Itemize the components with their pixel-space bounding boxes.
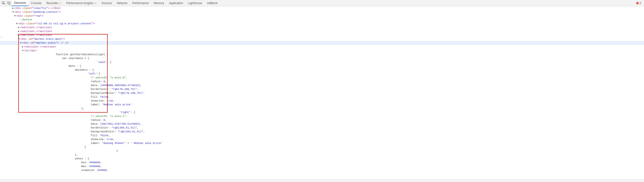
script-line: var chartData = { bbox=[0, 56, 644, 60]
dom-tree-row-selected[interactable]: ▼<div id="market-stats"> == $0 bbox=[0, 41, 644, 45]
error-badge[interactable]: ✕ 3 bbox=[636, 1, 641, 5]
script-line: radius: 0, bbox=[0, 118, 644, 122]
tab-label: Network bbox=[117, 1, 128, 5]
expand-caret-icon[interactable]: ▶ bbox=[21, 45, 24, 49]
script-line: dataSets : { bbox=[0, 68, 644, 72]
expand-caret-icon[interactable]: ▼ bbox=[14, 14, 16, 18]
script-line: function getChartDataSets(type) { bbox=[0, 52, 644, 56]
tab-label: AdBlock bbox=[207, 1, 218, 5]
tab-label: Sources bbox=[101, 1, 112, 5]
tab-elements[interactable]: Elements bbox=[12, 0, 28, 6]
script-line: label: 'Median sale price' bbox=[0, 103, 644, 107]
tab-adblock[interactable]: AdBlock bbox=[204, 0, 220, 6]
warning-icon: ⚠ bbox=[94, 2, 96, 4]
dom-tree-row[interactable]: ▶<section>…</section> bbox=[0, 25, 644, 29]
tab-label: Memory bbox=[154, 1, 164, 5]
script-line: borderColor: "rgb(204,51,51)", bbox=[0, 126, 644, 130]
script-line: 'left':{ bbox=[0, 72, 644, 76]
tab-sources[interactable]: Sources bbox=[99, 0, 114, 6]
script-line: 'sale': { bbox=[0, 60, 644, 64]
tab-memory[interactable]: Memory bbox=[151, 0, 166, 6]
tab-performance-insights[interactable]: Performance insights⚠ bbox=[64, 0, 99, 6]
dom-tree-row[interactable]: ▶<section>…</section> bbox=[0, 45, 644, 49]
dom-tree-row[interactable]: ▶<div class="clearfix">…</div> bbox=[0, 6, 644, 10]
script-line: 'right': { bbox=[0, 110, 644, 114]
dom-tree-row[interactable]: ▼<div id="market-stats-main"> bbox=[0, 37, 644, 41]
script-line: } bbox=[0, 145, 644, 149]
script-line: data : { bbox=[0, 64, 644, 68]
script-line: showLine: true, bbox=[0, 137, 644, 141]
dom-tree-row[interactable]: ▼<div class="col-md-12 col-lg-8 project-… bbox=[0, 22, 644, 25]
script-line: data: [4850000,4962500,4770833], bbox=[0, 83, 644, 87]
svg-rect-2 bbox=[9, 3, 10, 4]
dom-tree-row[interactable]: ▼<div class="row"> bbox=[0, 14, 644, 18]
tab-application[interactable]: Application bbox=[166, 0, 186, 6]
tab-label: Console bbox=[31, 1, 42, 5]
device-toggle-icon[interactable] bbox=[6, 1, 12, 5]
script-line: fill: false, bbox=[0, 95, 644, 99]
devtools-tabs: ElementsConsoleRecorder⚠Performance insi… bbox=[12, 0, 220, 6]
expand-caret-icon[interactable]: ▼ bbox=[19, 41, 22, 45]
tab-recorder[interactable]: Recorder⚠ bbox=[44, 0, 64, 6]
script-line: } bbox=[0, 149, 644, 153]
expand-caret-icon[interactable]: ▼ bbox=[21, 49, 24, 52]
dom-tree-row[interactable]: ▼<div class="padding-content"> bbox=[0, 10, 644, 14]
expand-caret-icon[interactable]: ▶ bbox=[17, 29, 20, 33]
expand-caret-icon[interactable]: ▼ bbox=[12, 10, 14, 14]
tab-label: Application bbox=[169, 1, 183, 5]
script-line: }, bbox=[0, 107, 644, 110]
script-line: min: 4450000, bbox=[0, 161, 644, 165]
tab-label: Performance bbox=[132, 1, 149, 5]
tab-label: Recorder bbox=[46, 1, 58, 5]
warning-icon: ⚠ bbox=[59, 2, 61, 4]
error-dot-icon: ✕ bbox=[636, 2, 639, 4]
devtools-toolbar: ElementsConsoleRecorder⚠Performance insi… bbox=[0, 0, 644, 6]
tab-network[interactable]: Network bbox=[114, 0, 130, 6]
script-line: backgroundColor: "rgb(204,51,51)", bbox=[0, 130, 644, 134]
script-line: // yAxisID: "y-axis-0", bbox=[0, 76, 644, 80]
elements-panel: ⋯ ▶<div class="clearfix">…</div>▼<div cl… bbox=[0, 6, 644, 172]
script-line: fill: false, bbox=[0, 134, 644, 137]
expand-caret-icon[interactable]: ▼ bbox=[17, 37, 20, 41]
expand-caret-icon[interactable]: ▶ bbox=[12, 6, 14, 10]
tab-performance[interactable]: Performance bbox=[130, 0, 151, 6]
script-line: max: 5450000, bbox=[0, 165, 644, 168]
dom-tree-row[interactable]: ▶<section>…</section> bbox=[0, 33, 644, 37]
script-line: borderColor: "rgb(79,190,75)", bbox=[0, 87, 644, 91]
script-line: showLine: true, bbox=[0, 99, 644, 103]
overflow-menu-icon[interactable]: ⋯ bbox=[0, 35, 2, 38]
horizontal-scrollbar[interactable] bbox=[0, 179, 644, 182]
tab-label: Performance insights bbox=[66, 1, 94, 5]
expand-caret-icon[interactable]: ▼ bbox=[16, 22, 18, 25]
inspect-icon[interactable] bbox=[1, 1, 6, 5]
dom-tree-row[interactable]: ::before bbox=[0, 18, 644, 22]
tab-lighthouse[interactable]: Lighthouse bbox=[186, 0, 204, 6]
expand-caret-icon[interactable]: ▶ bbox=[17, 33, 20, 37]
expand-caret-icon[interactable]: ▶ bbox=[17, 25, 20, 29]
tab-console[interactable]: Console bbox=[28, 0, 44, 6]
script-line: label: 'Mueang Phuket' + ' Median sale p… bbox=[0, 141, 644, 145]
error-count: 3 bbox=[640, 1, 641, 5]
tab-label: Lighthouse bbox=[188, 1, 202, 5]
script-line: radius: 0, bbox=[0, 80, 644, 83]
dom-tree-row[interactable]: ▶<section>…</section> bbox=[0, 29, 644, 33]
script-line: }, bbox=[0, 153, 644, 157]
script-line: data: [4917801,5167798,5124463], bbox=[0, 122, 644, 126]
script-line: // yAxisID: "y-axis-1", bbox=[0, 114, 644, 118]
tab-label: Elements bbox=[14, 1, 26, 4]
dom-tree-row[interactable]: ▼<script> bbox=[0, 49, 644, 52]
script-line: yAxes : { bbox=[0, 157, 644, 161]
script-line: backgroundColor: "rgb(79,190,75)", bbox=[0, 91, 644, 95]
script-line: stepSize: 250000, bbox=[0, 168, 644, 172]
